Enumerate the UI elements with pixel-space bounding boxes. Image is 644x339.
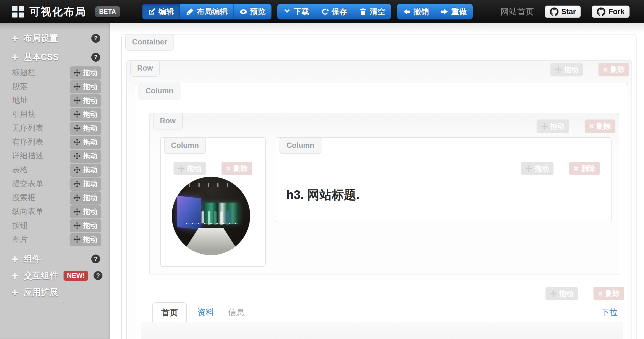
section-label: 应用扩展 xyxy=(24,286,58,298)
delete-button[interactable]: ×删除 xyxy=(593,287,624,300)
tab-home[interactable]: 首页 xyxy=(152,302,187,322)
x-icon: × xyxy=(226,164,231,173)
drag-handle-button[interactable]: 拖动 xyxy=(70,177,101,190)
delete-button[interactable]: ×删除 xyxy=(585,119,615,133)
drag-handle-button[interactable]: 拖动 xyxy=(70,149,101,163)
sidebar-section-components[interactable]: + 组件 ? xyxy=(0,251,110,267)
site-title-heading: h3. 网站标题. xyxy=(286,187,359,203)
outer-column-block: Column Row 拖动 ×删除 Column 拖动 ×删除 xyxy=(135,83,628,339)
edit-button[interactable]: 编辑 xyxy=(142,4,180,19)
toolbar: 编辑 布局编辑 预览 下载 保存 清空 xyxy=(142,4,473,19)
section-label: 组件 xyxy=(24,253,41,265)
inner-row-block: Row 拖动 ×删除 Column 拖动 ×删除 xyxy=(149,113,619,275)
clear-button[interactable]: 清空 xyxy=(353,4,391,19)
preview-button-label: 预览 xyxy=(250,6,266,17)
sidebar-item-label: 地址 xyxy=(12,95,28,106)
github-fork-button[interactable]: Fork xyxy=(592,6,630,18)
tab-pane xyxy=(141,322,623,339)
help-icon[interactable]: ? xyxy=(94,271,102,280)
column-label: Column xyxy=(280,137,321,154)
sidebar-item-label: 提交表单 xyxy=(12,178,43,189)
preview-button[interactable]: 预览 xyxy=(234,4,271,19)
sidebar-section-basic-css[interactable]: + 基本CSS ? xyxy=(0,49,110,66)
arrow-right-icon xyxy=(441,8,449,16)
pen-icon xyxy=(186,8,194,16)
sidebar-item-label: 图片 xyxy=(12,234,28,245)
github-star-button[interactable]: Star xyxy=(545,6,581,18)
tab-profile[interactable]: 资料 xyxy=(197,303,214,322)
drag-handle-button[interactable]: 拖动 xyxy=(70,94,101,107)
move-icon xyxy=(74,236,80,243)
drag-button[interactable]: 拖动 xyxy=(550,63,583,76)
undo-button[interactable]: 撤销 xyxy=(397,4,435,19)
sidebar-item-label: 有序列表 xyxy=(12,137,43,147)
layout-edit-button[interactable]: 布局编辑 xyxy=(180,4,234,19)
sidebar-item-search-box: 搜索框 拖动 xyxy=(0,191,110,205)
move-icon xyxy=(74,194,80,201)
help-icon[interactable]: ? xyxy=(91,34,100,43)
drag-handle-button[interactable]: 拖动 xyxy=(70,136,101,149)
sidebar-item-image: 图片 拖动 xyxy=(0,232,110,246)
move-icon xyxy=(74,69,80,76)
site-home-link[interactable]: 网站首页 xyxy=(500,6,534,18)
delete-button[interactable]: ×删除 xyxy=(598,63,629,76)
new-badge: NEW! xyxy=(64,271,88,281)
tab-dropdown[interactable]: 下拉 xyxy=(601,303,618,322)
move-icon xyxy=(525,165,532,172)
delete-button[interactable]: ×删除 xyxy=(222,162,252,175)
grid-logo-icon xyxy=(12,6,24,18)
widget-actions: 拖动 ×删除 xyxy=(545,287,624,300)
save-button[interactable]: 保存 xyxy=(315,4,353,19)
outer-row-block: Row 拖动 ×删除 Column Row 拖动 ×删除 Column 拖 xyxy=(126,60,632,339)
drag-handle-button[interactable]: 拖动 xyxy=(70,233,101,246)
drag-button[interactable]: 拖动 xyxy=(537,119,569,133)
help-icon[interactable]: ? xyxy=(91,53,100,62)
sidebar-item-ordered-list: 有序列表 拖动 xyxy=(0,135,110,149)
save-button-label: 保存 xyxy=(332,6,347,17)
sidebar-item-blockquote: 引用块 拖动 xyxy=(0,107,110,121)
help-icon[interactable]: ? xyxy=(91,255,100,263)
drag-handle-button[interactable]: 拖动 xyxy=(70,122,101,135)
drag-handle-button[interactable]: 拖动 xyxy=(70,219,101,232)
tab-info: 信息 xyxy=(228,303,245,322)
row-actions: 拖动 ×删除 xyxy=(550,63,629,76)
sidebar-section-app-extensions[interactable]: + 应用扩展 xyxy=(0,284,110,301)
sidebar-item-vertical-form: 纵向表单 拖动 xyxy=(0,205,110,218)
drag-handle-button[interactable]: 拖动 xyxy=(70,163,101,176)
sidebar-section-layout-settings[interactable]: + 布局设置 ? xyxy=(0,30,110,47)
edit-icon xyxy=(148,8,156,16)
sidebar-item-button: 按钮 拖动 xyxy=(0,218,110,232)
redo-button[interactable]: 重做 xyxy=(435,4,473,19)
section-label: 交互组件 xyxy=(24,270,58,281)
left-column-block: Column 拖动 ×删除 xyxy=(160,137,266,267)
container-label: Container xyxy=(125,34,174,51)
sidebar-item-label: 引用块 xyxy=(12,109,36,119)
right-column-block: Column 拖动 ×删除 h3. 网站标题. xyxy=(276,137,612,222)
sidebar-item-label: 标题栏 xyxy=(12,67,36,78)
drag-handle-button[interactable]: 拖动 xyxy=(70,66,101,79)
move-icon xyxy=(74,125,80,132)
sidebar-item-label: 搜索框 xyxy=(12,192,36,203)
widget-actions: 拖动 ×删除 xyxy=(161,162,265,175)
topbar: 可视化布局 BETA 编辑 布局编辑 预览 下载 保存 xyxy=(0,0,644,23)
drag-handle-button[interactable]: 拖动 xyxy=(70,80,101,93)
refresh-icon xyxy=(321,8,329,16)
drag-button[interactable]: 拖动 xyxy=(173,162,206,175)
sidebar-item-label: 表格 xyxy=(12,164,28,175)
builder-canvas: Container Row 拖动 ×删除 Column Row 拖动 ×删除 C… xyxy=(110,23,644,339)
drag-button[interactable]: 拖动 xyxy=(521,162,554,175)
beta-badge: BETA xyxy=(95,6,120,17)
sidebar-section-interactive-components[interactable]: + 交互组件 NEW! ? xyxy=(0,267,110,284)
drag-handle-button[interactable]: 拖动 xyxy=(70,191,101,204)
drag-handle-button[interactable]: 拖动 xyxy=(70,108,101,121)
move-icon xyxy=(74,166,80,173)
layout-edit-button-label: 布局编辑 xyxy=(197,6,228,17)
github-fork-label: Fork xyxy=(608,8,625,16)
drag-handle-button[interactable]: 拖动 xyxy=(70,205,101,218)
github-star-label: Star xyxy=(561,8,576,16)
delete-button[interactable]: ×删除 xyxy=(569,162,600,175)
arrow-left-icon xyxy=(403,8,411,16)
download-button[interactable]: 下载 xyxy=(277,4,315,19)
row-label: Row xyxy=(130,60,160,77)
drag-button[interactable]: 拖动 xyxy=(545,287,578,300)
